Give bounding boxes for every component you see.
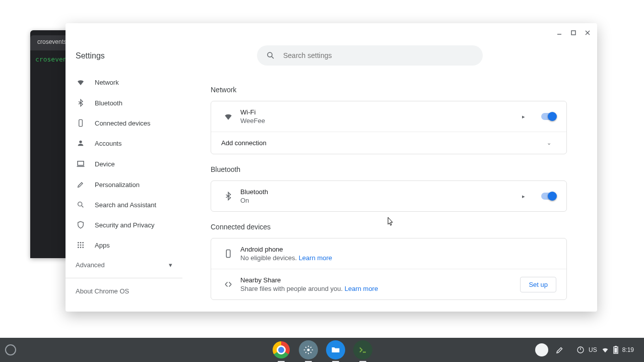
svg-point-19 [80,247,82,248]
launcher-button[interactable] [5,344,16,355]
sidebar-about[interactable]: About Chrome OS [66,281,182,301]
sidebar-item-accounts[interactable]: Accounts [66,133,182,153]
window-controls [555,28,592,37]
nearby-label: Nearby Share [240,276,520,284]
svg-line-5 [272,56,274,58]
nearby-text: Nearby Share Share files with people aro… [240,276,520,292]
search-icon [76,201,86,209]
chevron-down-icon: ⌄ [541,140,556,146]
add-connection-row[interactable]: Add connection ⌄ [211,132,566,154]
folder-icon [331,345,341,355]
phone-icon [221,249,235,258]
android-text: Android phone No eligible devices. Learn… [240,246,556,262]
terminal-app[interactable] [353,340,372,359]
android-sub: No eligible devices. Learn more [240,254,556,262]
sidebar-item-apps[interactable]: Apps [66,235,182,255]
nearby-sub: Share files with people around you. Lear… [240,285,520,292]
phone-icon [76,119,86,127]
settings-window: Settings Network Bluetooth Connected dev… [66,23,597,312]
nearby-share-row[interactable]: Nearby Share Share files with people aro… [211,269,566,299]
search-box[interactable] [257,45,483,66]
add-connection-label: Add connection [221,139,541,147]
svg-rect-8 [78,161,84,165]
sidebar-item-bluetooth[interactable]: Bluetooth [66,93,182,113]
close-button[interactable] [583,28,592,37]
sidebar-item-search-assistant[interactable]: Search and Assistant [66,195,182,215]
nearby-share-icon [221,280,235,289]
svg-point-17 [82,245,84,246]
stylus-icon[interactable] [555,345,564,354]
sidebar-item-connected-devices[interactable]: Connected devices [66,113,182,133]
svg-line-11 [82,206,83,207]
minimize-button[interactable] [555,28,564,37]
content-area: Network Wi-Fi WeeFee ▸ Add connection ⌄ … [202,79,592,312]
sidebar-about-label: About Chrome OS [76,287,129,295]
svg-point-18 [78,247,79,248]
search-icon [266,51,275,60]
brush-icon [76,180,86,189]
files-app[interactable] [326,340,345,359]
learn-more-link[interactable]: Learn more [299,254,332,262]
wifi-text: Wi-Fi WeeFee [240,108,516,125]
sidebar-item-network[interactable]: Network [66,72,182,93]
sidebar-item-label: Security and Privacy [95,221,155,229]
bluetooth-row[interactable]: Bluetooth On ▸ [211,181,566,211]
network-card: Wi-Fi WeeFee ▸ Add connection ⌄ [211,101,567,154]
chevron-right-icon: ▸ [516,193,531,200]
svg-rect-21 [226,250,230,258]
shelf-apps [272,340,372,359]
wifi-icon [601,346,609,354]
sidebar: Network Bluetooth Connected devices Acco… [66,72,182,312]
svg-point-22 [307,349,310,351]
svg-point-13 [80,242,82,244]
sidebar-item-label: Personalization [95,181,140,189]
wifi-icon [221,111,235,122]
search-input[interactable] [283,51,474,59]
shelf: US 8:19 [0,338,644,362]
wifi-name: WeeFee [240,117,516,125]
svg-point-16 [80,245,82,246]
bluetooth-icon [76,99,86,107]
status-tray[interactable]: US 8:19 [571,344,639,356]
bluetooth-toggle[interactable] [541,193,556,200]
sidebar-advanced[interactable]: Advanced ▾ [66,255,182,275]
bluetooth-label: Bluetooth [240,188,516,196]
bluetooth-icon [221,192,235,201]
wifi-toggle[interactable] [541,113,556,120]
section-title-bluetooth: Bluetooth [211,165,567,173]
chrome-app[interactable] [272,340,291,359]
section-title-network: Network [211,86,567,94]
svg-rect-6 [79,119,83,126]
svg-point-12 [78,242,79,244]
section-title-connected: Connected devices [211,223,567,231]
bluetooth-card: Bluetooth On ▸ [211,180,567,212]
svg-point-15 [78,245,79,246]
android-phone-row[interactable]: Android phone No eligible devices. Learn… [211,238,566,269]
sidebar-item-security[interactable]: Security and Privacy [66,215,182,235]
svg-rect-27 [614,348,617,353]
sidebar-advanced-label: Advanced [76,261,105,269]
sidebar-item-personalization[interactable]: Personalization [66,174,182,195]
sidebar-item-device[interactable]: Device [66,153,182,174]
svg-rect-1 [571,31,575,35]
avatar[interactable] [535,343,548,356]
power-icon [576,346,585,354]
maximize-button[interactable] [569,28,578,37]
shelf-status-area: US 8:19 [535,343,639,356]
chevron-right-icon: ▸ [516,113,531,120]
settings-app[interactable] [299,340,318,359]
sidebar-item-label: Accounts [95,140,121,147]
chrome-icon [273,341,290,358]
wifi-label: Wi-Fi [240,108,516,116]
wifi-row[interactable]: Wi-Fi WeeFee ▸ [211,101,566,132]
learn-more-link[interactable]: Learn more [345,285,378,292]
setup-button[interactable]: Set up [520,277,556,292]
bluetooth-text: Bluetooth On [240,188,516,204]
svg-rect-26 [615,346,617,347]
sidebar-item-label: Device [95,160,115,168]
sidebar-item-label: Apps [95,242,110,249]
page-title: Settings [76,51,105,61]
svg-point-10 [78,202,82,206]
svg-point-20 [82,247,84,248]
sidebar-item-label: Network [95,79,119,86]
